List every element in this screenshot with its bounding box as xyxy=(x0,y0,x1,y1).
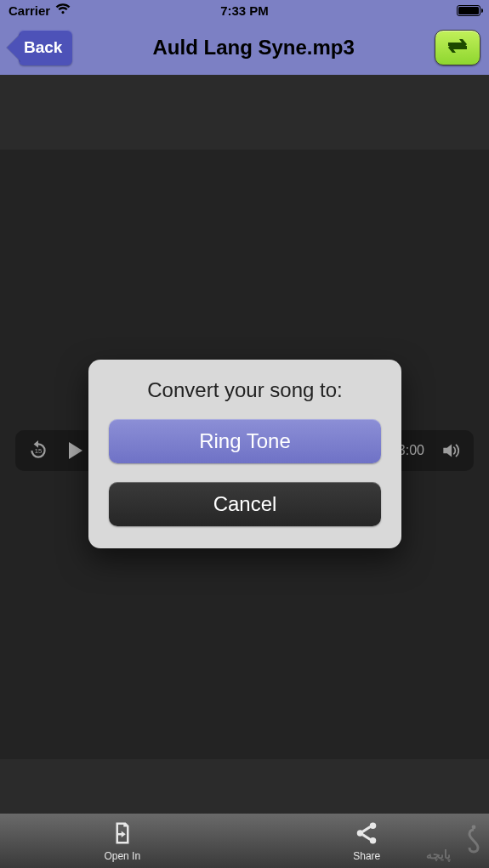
status-bar: Carrier 7:33 PM xyxy=(0,0,489,20)
clock: 7:33 PM xyxy=(0,3,489,18)
convert-button[interactable] xyxy=(435,30,480,65)
battery-icon xyxy=(457,5,480,16)
nav-bar: Back Auld Lang Syne.mp3 xyxy=(0,20,489,75)
cancel-button[interactable]: Cancel xyxy=(109,482,381,526)
svg-point-2 xyxy=(357,830,364,837)
carrier-label: Carrier xyxy=(9,3,50,18)
back-label: Back xyxy=(24,38,62,57)
dialog-title: Convert your song to: xyxy=(109,378,381,402)
player-area: 15 15 -3:00 Convert your song to: Ring T… xyxy=(0,75,489,814)
open-in-icon xyxy=(110,820,135,848)
convert-dialog: Convert your song to: Ring Tone Cancel xyxy=(88,360,401,548)
share-icon xyxy=(354,820,379,848)
svg-point-5 xyxy=(472,825,476,830)
watermark-icon: پایچه xyxy=(424,825,484,865)
swap-arrows-icon xyxy=(445,37,470,59)
ringtone-button[interactable]: Ring Tone xyxy=(109,419,381,463)
bottom-toolbar: Open In Share پایچه xyxy=(0,814,489,868)
svg-text:پایچه: پایچه xyxy=(426,848,451,862)
page-title: Auld Lang Syne.mp3 xyxy=(72,36,435,60)
share-label: Share xyxy=(353,850,380,862)
wifi-icon xyxy=(55,3,71,18)
open-in-button[interactable]: Open In xyxy=(0,820,245,862)
open-in-label: Open In xyxy=(104,850,140,862)
back-button[interactable]: Back xyxy=(19,30,72,65)
